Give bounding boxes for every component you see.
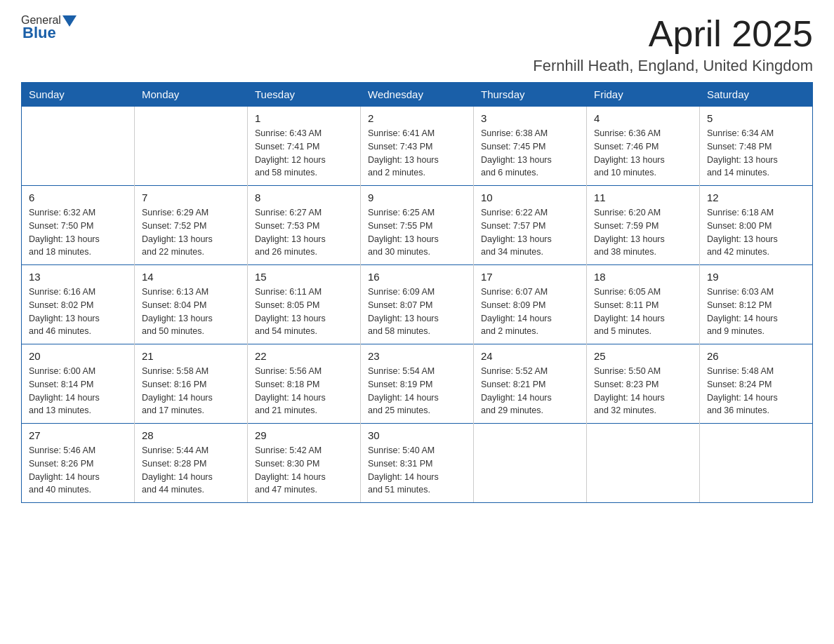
title-section: April 2025 Fernhill Heath, England, Unit… [533, 14, 813, 75]
calendar-cell [135, 107, 248, 186]
calendar-week-row: 27Sunrise: 5:46 AMSunset: 8:26 PMDayligh… [22, 424, 813, 503]
calendar-cell: 8Sunrise: 6:27 AMSunset: 7:53 PMDaylight… [248, 186, 361, 265]
day-info: Sunrise: 5:48 AMSunset: 8:24 PMDaylight:… [707, 365, 805, 417]
weekday-header-tuesday: Tuesday [248, 83, 361, 107]
calendar-cell: 12Sunrise: 6:18 AMSunset: 8:00 PMDayligh… [700, 186, 813, 265]
day-number: 4 [594, 112, 692, 124]
day-info: Sunrise: 6:13 AMSunset: 8:04 PMDaylight:… [142, 286, 240, 338]
day-info: Sunrise: 6:29 AMSunset: 7:52 PMDaylight:… [142, 206, 240, 259]
calendar-cell: 22Sunrise: 5:56 AMSunset: 8:18 PMDayligh… [248, 344, 361, 424]
day-number: 1 [255, 112, 353, 124]
weekday-header-friday: Friday [587, 83, 700, 107]
day-number: 13 [29, 271, 127, 283]
day-number: 8 [255, 192, 353, 203]
day-info: Sunrise: 6:43 AMSunset: 7:41 PMDaylight:… [255, 127, 353, 180]
day-info: Sunrise: 5:58 AMSunset: 8:16 PMDaylight:… [142, 365, 240, 417]
day-number: 14 [142, 271, 240, 283]
day-number: 11 [594, 192, 692, 203]
day-number: 27 [29, 429, 127, 441]
day-number: 5 [707, 112, 805, 124]
calendar-table: SundayMondayTuesdayWednesdayThursdayFrid… [21, 82, 813, 503]
calendar-cell: 19Sunrise: 6:03 AMSunset: 8:12 PMDayligh… [700, 265, 813, 344]
calendar-cell: 15Sunrise: 6:11 AMSunset: 8:05 PMDayligh… [248, 265, 361, 344]
calendar-cell: 1Sunrise: 6:43 AMSunset: 7:41 PMDaylight… [248, 107, 361, 186]
day-info: Sunrise: 6:22 AMSunset: 7:57 PMDaylight:… [481, 206, 579, 259]
calendar-cell: 29Sunrise: 5:42 AMSunset: 8:30 PMDayligh… [248, 424, 361, 503]
day-number: 21 [142, 350, 240, 362]
calendar-cell: 14Sunrise: 6:13 AMSunset: 8:04 PMDayligh… [135, 265, 248, 344]
day-number: 29 [255, 429, 353, 441]
calendar-cell: 7Sunrise: 6:29 AMSunset: 7:52 PMDaylight… [135, 186, 248, 265]
calendar-cell: 17Sunrise: 6:07 AMSunset: 8:09 PMDayligh… [474, 265, 587, 344]
day-info: Sunrise: 6:27 AMSunset: 7:53 PMDaylight:… [255, 206, 353, 259]
day-number: 28 [142, 429, 240, 441]
day-info: Sunrise: 6:34 AMSunset: 7:48 PMDaylight:… [707, 127, 805, 180]
calendar-cell: 4Sunrise: 6:36 AMSunset: 7:46 PMDaylight… [587, 107, 700, 186]
day-number: 16 [368, 271, 466, 283]
calendar-week-row: 1Sunrise: 6:43 AMSunset: 7:41 PMDaylight… [22, 107, 813, 186]
calendar-cell: 2Sunrise: 6:41 AMSunset: 7:43 PMDaylight… [361, 107, 474, 186]
day-number: 26 [707, 350, 805, 362]
day-info: Sunrise: 6:32 AMSunset: 7:50 PMDaylight:… [29, 206, 127, 259]
day-info: Sunrise: 5:52 AMSunset: 8:21 PMDaylight:… [481, 365, 579, 417]
weekday-header-thursday: Thursday [474, 83, 587, 107]
logo: General Blue [21, 14, 77, 42]
weekday-header-row: SundayMondayTuesdayWednesdayThursdayFrid… [22, 83, 813, 107]
calendar-cell: 5Sunrise: 6:34 AMSunset: 7:48 PMDaylight… [700, 107, 813, 186]
day-info: Sunrise: 6:38 AMSunset: 7:45 PMDaylight:… [481, 127, 579, 180]
calendar-cell: 26Sunrise: 5:48 AMSunset: 8:24 PMDayligh… [700, 344, 813, 424]
calendar-cell: 13Sunrise: 6:16 AMSunset: 8:02 PMDayligh… [22, 265, 135, 344]
day-number: 24 [481, 350, 579, 362]
day-info: Sunrise: 5:44 AMSunset: 8:28 PMDaylight:… [142, 444, 240, 497]
calendar-cell: 16Sunrise: 6:09 AMSunset: 8:07 PMDayligh… [361, 265, 474, 344]
day-info: Sunrise: 6:07 AMSunset: 8:09 PMDaylight:… [481, 286, 579, 338]
calendar-cell: 3Sunrise: 6:38 AMSunset: 7:45 PMDaylight… [474, 107, 587, 186]
day-info: Sunrise: 6:18 AMSunset: 8:00 PMDaylight:… [707, 206, 805, 259]
day-number: 30 [368, 429, 466, 441]
day-info: Sunrise: 6:25 AMSunset: 7:55 PMDaylight:… [368, 206, 466, 259]
day-info: Sunrise: 6:09 AMSunset: 8:07 PMDaylight:… [368, 286, 466, 338]
day-number: 10 [481, 192, 579, 203]
weekday-header-sunday: Sunday [22, 83, 135, 107]
calendar-cell: 30Sunrise: 5:40 AMSunset: 8:31 PMDayligh… [361, 424, 474, 503]
day-info: Sunrise: 5:54 AMSunset: 8:19 PMDaylight:… [368, 365, 466, 417]
calendar-cell: 27Sunrise: 5:46 AMSunset: 8:26 PMDayligh… [22, 424, 135, 503]
day-number: 17 [481, 271, 579, 283]
day-info: Sunrise: 6:16 AMSunset: 8:02 PMDaylight:… [29, 286, 127, 338]
day-number: 6 [29, 192, 127, 203]
day-number: 20 [29, 350, 127, 362]
calendar-cell [22, 107, 135, 186]
day-number: 9 [368, 192, 466, 203]
day-info: Sunrise: 5:56 AMSunset: 8:18 PMDaylight:… [255, 365, 353, 417]
day-info: Sunrise: 6:05 AMSunset: 8:11 PMDaylight:… [594, 286, 692, 338]
calendar-cell [474, 424, 587, 503]
calendar-cell: 28Sunrise: 5:44 AMSunset: 8:28 PMDayligh… [135, 424, 248, 503]
day-number: 15 [255, 271, 353, 283]
day-info: Sunrise: 5:46 AMSunset: 8:26 PMDaylight:… [29, 444, 127, 497]
day-number: 18 [594, 271, 692, 283]
month-title: April 2025 [533, 14, 813, 54]
day-info: Sunrise: 6:20 AMSunset: 7:59 PMDaylight:… [594, 206, 692, 259]
calendar-week-row: 6Sunrise: 6:32 AMSunset: 7:50 PMDaylight… [22, 186, 813, 265]
weekday-header-wednesday: Wednesday [361, 83, 474, 107]
day-info: Sunrise: 5:50 AMSunset: 8:23 PMDaylight:… [594, 365, 692, 417]
day-number: 2 [368, 112, 466, 124]
day-info: Sunrise: 6:11 AMSunset: 8:05 PMDaylight:… [255, 286, 353, 338]
day-info: Sunrise: 6:00 AMSunset: 8:14 PMDaylight:… [29, 365, 127, 417]
day-number: 7 [142, 192, 240, 203]
calendar-cell: 9Sunrise: 6:25 AMSunset: 7:55 PMDaylight… [361, 186, 474, 265]
day-info: Sunrise: 6:41 AMSunset: 7:43 PMDaylight:… [368, 127, 466, 180]
calendar-cell: 21Sunrise: 5:58 AMSunset: 8:16 PMDayligh… [135, 344, 248, 424]
calendar-cell [587, 424, 700, 503]
day-info: Sunrise: 6:03 AMSunset: 8:12 PMDaylight:… [707, 286, 805, 338]
calendar-cell: 23Sunrise: 5:54 AMSunset: 8:19 PMDayligh… [361, 344, 474, 424]
calendar-week-row: 20Sunrise: 6:00 AMSunset: 8:14 PMDayligh… [22, 344, 813, 424]
day-info: Sunrise: 5:40 AMSunset: 8:31 PMDaylight:… [368, 444, 466, 497]
calendar-cell: 11Sunrise: 6:20 AMSunset: 7:59 PMDayligh… [587, 186, 700, 265]
weekday-header-monday: Monday [135, 83, 248, 107]
day-info: Sunrise: 5:42 AMSunset: 8:30 PMDaylight:… [255, 444, 353, 497]
calendar-week-row: 13Sunrise: 6:16 AMSunset: 8:02 PMDayligh… [22, 265, 813, 344]
day-number: 19 [707, 271, 805, 283]
calendar-cell: 24Sunrise: 5:52 AMSunset: 8:21 PMDayligh… [474, 344, 587, 424]
day-number: 23 [368, 350, 466, 362]
